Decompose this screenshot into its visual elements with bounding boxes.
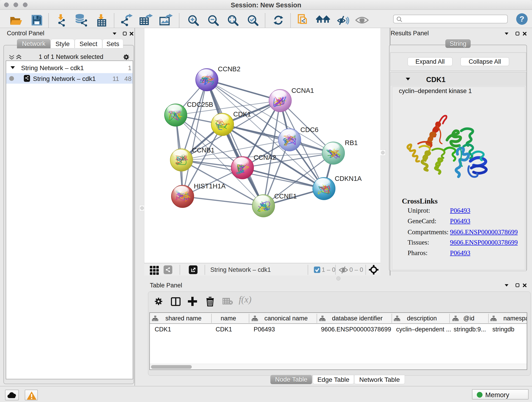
svg-text:CCNA1: CCNA1 (291, 87, 314, 94)
svg-text:CCNE1: CCNE1 (274, 192, 297, 200)
svg-text:RB1: RB1 (345, 139, 358, 147)
svg-text:CCNB2: CCNB2 (218, 65, 240, 73)
svg-text:CDC25B: CDC25B (187, 101, 213, 108)
svg-text:CCNB1: CCNB1 (192, 147, 215, 154)
svg-text:?: ? (520, 14, 525, 23)
svg-text:CCNA2: CCNA2 (254, 154, 276, 161)
svg-text:CDC6: CDC6 (300, 126, 318, 133)
svg-text:CDKN1A: CDKN1A (335, 175, 362, 182)
svg-text:CDK1: CDK1 (233, 110, 251, 118)
svg-text:HIST1H1A: HIST1H1A (194, 182, 226, 190)
